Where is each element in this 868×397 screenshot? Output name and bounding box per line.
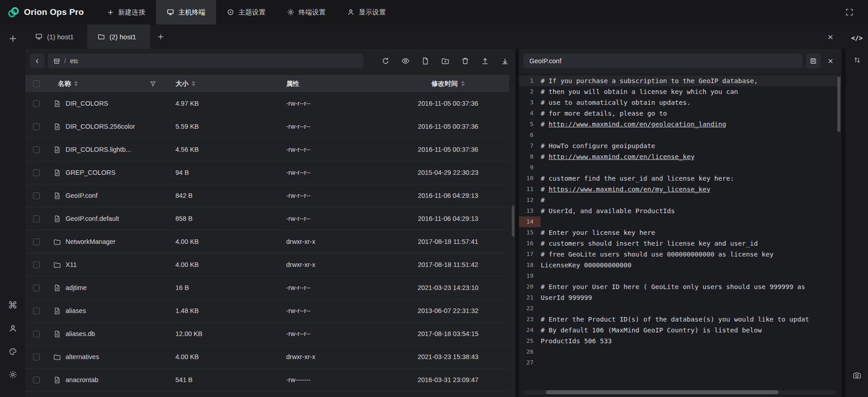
menu-item-terminal-settings[interactable]: 终端设置 bbox=[276, 0, 336, 24]
row-checkbox[interactable] bbox=[33, 146, 40, 153]
table-row[interactable]: DIR_COLORS.lightb... 4.56 KB -rw-r--r-- … bbox=[25, 138, 509, 161]
editor-line[interactable]: 11# https://www.maxmind.com/en/my_licens… bbox=[519, 184, 841, 195]
row-checkbox[interactable] bbox=[33, 123, 40, 130]
editor-line[interactable]: 16# customers should insert their licens… bbox=[519, 238, 841, 249]
row-checkbox[interactable] bbox=[33, 215, 40, 222]
new-folder-icon[interactable] bbox=[441, 57, 449, 65]
row-checkbox[interactable] bbox=[33, 331, 40, 337]
download-icon[interactable] bbox=[501, 57, 509, 65]
column-header-size[interactable]: 大小 bbox=[175, 79, 189, 88]
table-row[interactable]: NetworkManager 4.00 KB drwxr-xr-x 2017-0… bbox=[25, 230, 509, 253]
row-checkbox[interactable] bbox=[33, 377, 40, 383]
table-row[interactable]: aliases.db 12.00 KB -rw-r--r-- 2017-08-1… bbox=[25, 322, 509, 346]
editor-line[interactable]: 12# bbox=[519, 195, 841, 206]
editor-line[interactable]: 1# If you purchase a subscription to the… bbox=[519, 75, 841, 86]
command-icon[interactable]: ⌘ bbox=[5, 298, 20, 313]
settings-gear-icon[interactable] bbox=[5, 367, 20, 382]
link-text[interactable]: http://www.maxmind.com/en/geolocation_la… bbox=[548, 121, 726, 128]
delete-trash-icon[interactable] bbox=[461, 57, 469, 65]
code-panel-icon[interactable]: </> bbox=[849, 30, 865, 46]
table-row[interactable]: GeoIP.conf 842 B -rw-r--r-- 2016-11-06 0… bbox=[25, 184, 509, 207]
link-text[interactable]: https://www.maxmind.com/en/my_license_ke… bbox=[548, 186, 710, 193]
editor-line[interactable]: 9 bbox=[519, 162, 841, 173]
editor-line[interactable]: 7# HowTo configure geoipupdate bbox=[519, 140, 841, 151]
add-connection-plus-icon[interactable] bbox=[5, 31, 20, 46]
editor-line[interactable]: 17# free GeoLite users should use 000000… bbox=[519, 249, 841, 260]
row-checkbox[interactable] bbox=[33, 238, 40, 245]
menu-item-host-terminal[interactable]: 主机终端 bbox=[156, 0, 216, 24]
sort-mtime-icon[interactable] bbox=[461, 81, 465, 86]
table-row[interactable]: adjtime 16 B -rw-r--r-- 2021-03-23 14:23… bbox=[25, 276, 509, 299]
editor-line[interactable]: 2# then you will obtain a license key wh… bbox=[519, 86, 841, 97]
editor-close-icon[interactable]: × bbox=[824, 56, 837, 66]
editor-line[interactable]: 25ProductIds 506 533 bbox=[519, 336, 841, 346]
refresh-icon[interactable] bbox=[382, 57, 390, 65]
new-file-icon[interactable] bbox=[421, 57, 429, 65]
row-checkbox[interactable] bbox=[33, 192, 40, 199]
editor-line[interactable]: 4# for more details, please go to bbox=[519, 108, 841, 119]
editor-line[interactable]: 18LicenseKey 000000000000 bbox=[519, 260, 841, 271]
table-row[interactable]: X11 4.00 KB drwxr-xr-x 2017-08-18 11:51:… bbox=[25, 253, 509, 276]
back-button[interactable] bbox=[30, 54, 44, 68]
editor-line[interactable]: 14 bbox=[519, 216, 841, 227]
sort-name-icon[interactable] bbox=[74, 81, 78, 86]
filter-funnel-icon[interactable] bbox=[150, 80, 156, 87]
file-list-scrollbar[interactable] bbox=[512, 206, 514, 237]
editor-line[interactable]: 26 bbox=[519, 346, 841, 357]
row-checkbox[interactable] bbox=[33, 308, 40, 314]
editor-line[interactable]: 15# Enter your license key here bbox=[519, 227, 841, 238]
link-text[interactable]: http://www.maxmind.com/en/license_key bbox=[548, 153, 694, 160]
editor-line[interactable]: 20# Enter your User ID here ( GeoLite on… bbox=[519, 281, 841, 292]
menu-item-display-settings[interactable]: 显示设置 bbox=[336, 0, 396, 24]
editor-body[interactable]: 1# If you purchase a subscription to the… bbox=[519, 73, 841, 397]
row-checkbox[interactable] bbox=[33, 100, 40, 107]
save-floppy-icon[interactable] bbox=[806, 54, 821, 68]
editor-line[interactable]: 10# customer find the user_id and licens… bbox=[519, 173, 841, 184]
select-all-checkbox[interactable] bbox=[33, 80, 40, 87]
editor-line[interactable]: 21UserId 999999 bbox=[519, 292, 841, 303]
new-tab-plus-icon[interactable] bbox=[150, 24, 171, 49]
table-row[interactable]: anacrontab 541 B -rw------- 2016-03-31 2… bbox=[25, 369, 509, 392]
editor-line[interactable]: 6 bbox=[519, 130, 841, 140]
editor-line[interactable]: 8# http://www.maxmind.com/en/license_key bbox=[519, 151, 841, 162]
editor-line[interactable]: 5# http://www.maxmind.com/en/geolocation… bbox=[519, 119, 841, 130]
column-header-name[interactable]: 名称 bbox=[58, 79, 71, 88]
swap-vertical-icon[interactable] bbox=[849, 52, 865, 68]
editor-line[interactable]: 19 bbox=[519, 271, 841, 281]
row-checkbox[interactable] bbox=[33, 285, 40, 291]
table-row[interactable]: alternatives 4.00 KB drwxr-xr-x 2021-03-… bbox=[25, 346, 509, 369]
preview-eye-icon[interactable] bbox=[401, 57, 410, 65]
tab-host1-files[interactable]: (2) host1 bbox=[88, 24, 150, 49]
menu-item-theme-settings[interactable]: 主题设置 bbox=[216, 0, 276, 24]
editor-line[interactable]: 3# use to automatically obtain updates. bbox=[519, 97, 841, 108]
close-panel-icon[interactable]: × bbox=[828, 32, 833, 42]
breadcrumb-path[interactable]: etc bbox=[70, 57, 79, 65]
table-row[interactable]: GREP_COLORS 94 B -rw-r--r-- 2015-04-29 2… bbox=[25, 161, 509, 184]
screenshot-camera-icon[interactable] bbox=[849, 368, 865, 383]
table-row[interactable]: GeoIP.conf.default 858 B -rw-r--r-- 2016… bbox=[25, 207, 509, 230]
menu-item-new-connection[interactable]: 新建连接 bbox=[96, 0, 156, 24]
breadcrumb[interactable]: / etc bbox=[48, 54, 363, 68]
row-checkbox[interactable] bbox=[33, 262, 40, 268]
sort-size-icon[interactable] bbox=[192, 81, 195, 86]
row-checkbox[interactable] bbox=[33, 169, 40, 176]
table-row[interactable]: DIR_COLORS.256color 5.59 KB -rw-r--r-- 2… bbox=[25, 115, 509, 138]
row-checkbox[interactable] bbox=[33, 354, 40, 360]
users-icon[interactable] bbox=[5, 321, 20, 336]
upload-icon[interactable] bbox=[481, 57, 489, 65]
editor-line[interactable]: 22 bbox=[519, 303, 841, 314]
menu-item-label: 显示设置 bbox=[359, 8, 386, 17]
table-row[interactable] bbox=[25, 392, 509, 397]
editor-line[interactable]: 27 bbox=[519, 357, 841, 368]
editor-line[interactable]: 24# By default 106 (MaxMind GeoIP Countr… bbox=[519, 325, 841, 336]
tab-host1-terminal[interactable]: (1) host1 bbox=[25, 24, 88, 49]
editor-vertical-scrollbar[interactable] bbox=[837, 77, 840, 132]
editor-line[interactable]: 23# Enter the Product ID(s) of the datab… bbox=[519, 314, 841, 325]
editor-horizontal-scrollbar[interactable] bbox=[546, 390, 778, 394]
table-row[interactable]: aliases 1.48 KB -rw-r--r-- 2013-06-07 22… bbox=[25, 299, 509, 322]
theme-palette-icon[interactable] bbox=[5, 344, 20, 359]
fullscreen-icon[interactable] bbox=[842, 5, 857, 20]
column-header-mtime[interactable]: 修改时间 bbox=[432, 79, 458, 88]
table-row[interactable]: DIR_COLORS 4.97 KB -rw-r--r-- 2016-11-05… bbox=[25, 92, 509, 115]
editor-line[interactable]: 13# UserId, and available ProductIds bbox=[519, 206, 841, 216]
